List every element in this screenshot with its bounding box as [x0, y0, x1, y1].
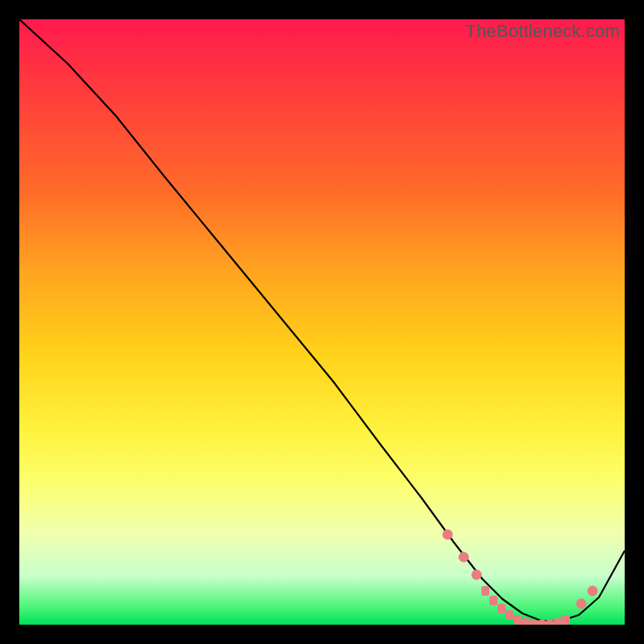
marker-dot: [472, 570, 481, 580]
chart-frame: TheBottleneck.com: [19, 19, 625, 625]
marker-dot: [588, 586, 597, 596]
marker-dot: [576, 599, 586, 609]
marker-dot: [443, 530, 452, 539]
site-watermark: TheBottleneck.com: [465, 21, 620, 42]
chart-svg: [19, 19, 625, 625]
marker-bar: [489, 596, 497, 605]
marker-dot: [459, 552, 469, 562]
marker-bar: [538, 620, 546, 625]
marker-bar: [530, 620, 538, 625]
marker-bar: [481, 586, 489, 596]
marker-bar: [506, 610, 514, 620]
marker-bar: [514, 615, 522, 625]
marker-bar: [554, 618, 562, 625]
marker-group: [443, 530, 597, 625]
bottleneck-curve: [19, 19, 625, 621]
marker-bar: [546, 620, 554, 625]
marker-bar: [522, 618, 530, 625]
marker-bar: [497, 604, 506, 613]
marker-bar: [562, 615, 570, 625]
